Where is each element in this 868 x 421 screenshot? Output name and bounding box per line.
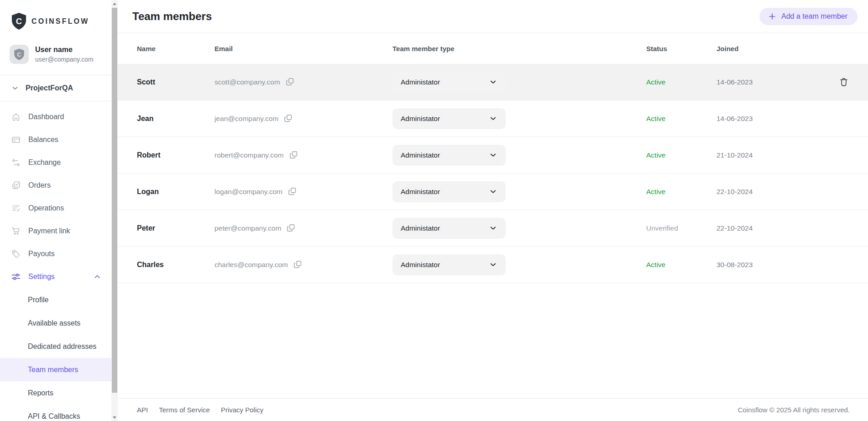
- sidebar-item-reports[interactable]: Reports: [0, 381, 111, 405]
- page-footer: API Terms of Service Privacy Policy Coin…: [118, 398, 868, 421]
- joined-date: 21-10-2024: [716, 151, 826, 159]
- joined-date: 22-10-2024: [716, 188, 826, 196]
- page-title: Team members: [132, 10, 212, 23]
- sidebar-item-payment-link[interactable]: Payment link: [0, 220, 111, 242]
- table-row[interactable]: Peter peter@company.com Administator Unv…: [118, 210, 868, 247]
- footer-link-api[interactable]: API: [137, 406, 148, 414]
- sidebar-item-label: Profile: [28, 296, 48, 304]
- add-team-member-button[interactable]: Add a team member: [759, 8, 858, 25]
- sidebar-item-api-callbacks[interactable]: API & Callbacks: [0, 405, 111, 421]
- sidebar-scrollbar[interactable]: [111, 0, 118, 421]
- card-icon: [11, 135, 21, 145]
- member-email: charles@company.com: [214, 261, 288, 269]
- table-row[interactable]: Logan logan@company.com Administator Act…: [118, 174, 868, 210]
- copy-email-icon[interactable]: [285, 77, 295, 87]
- member-type-value: Administator: [401, 261, 440, 269]
- sidebar-item-label: Reports: [28, 389, 53, 397]
- copy-email-icon[interactable]: [283, 114, 293, 123]
- sidebar-item-dedicated-addresses[interactable]: Dedicated addresses: [0, 335, 111, 358]
- member-email: scott@company.com: [214, 78, 280, 86]
- chevron-down-icon: [489, 224, 497, 232]
- joined-date: 22-10-2024: [716, 224, 826, 232]
- table-row[interactable]: Charles charles@company.com Administator…: [118, 247, 868, 283]
- project-name: ProjectForQA: [26, 84, 73, 92]
- member-type-select[interactable]: Administator: [392, 108, 506, 129]
- sidebar-item-dashboard[interactable]: Dashboard: [0, 105, 111, 128]
- sidebar-item-label: Orders: [28, 181, 51, 189]
- order-check-icon: [11, 180, 21, 190]
- chevron-down-icon: [11, 84, 19, 92]
- brand-logo: C COINSFLOW: [0, 0, 111, 32]
- sidebar-item-label: Available assets: [28, 319, 80, 327]
- sidebar-item-payouts[interactable]: Payouts: [0, 242, 111, 265]
- column-header-status: Status: [646, 45, 716, 53]
- member-email: peter@company.com: [214, 224, 281, 232]
- member-type-select[interactable]: Administator: [392, 181, 506, 202]
- sidebar-item-label: Exchange: [28, 158, 61, 167]
- home-icon: [11, 112, 21, 122]
- status-cell: Active: [646, 188, 716, 196]
- triangle-up-icon: [113, 3, 116, 5]
- user-email: user@company.com: [35, 56, 94, 63]
- copy-email-icon[interactable]: [288, 187, 297, 196]
- sidebar-item-label: Balances: [28, 136, 58, 144]
- copy-email-icon[interactable]: [293, 260, 303, 269]
- sidebar-item-label: Dashboard: [28, 113, 64, 121]
- sidebar-item-orders[interactable]: Orders: [0, 174, 111, 197]
- add-team-member-label: Add a team member: [781, 12, 847, 21]
- swap-arrows-icon: [11, 158, 21, 168]
- app-window: C COINSFLOW C User name user@company.com…: [0, 0, 868, 421]
- sidebar-item-operations[interactable]: Operations: [0, 197, 111, 220]
- member-email: logan@company.com: [214, 188, 282, 196]
- triangle-down-icon: [113, 416, 116, 419]
- member-type-select[interactable]: Administator: [392, 218, 506, 239]
- cart-icon: [11, 226, 21, 236]
- member-name: Peter: [137, 224, 214, 232]
- scrollbar-thumb[interactable]: [112, 8, 117, 393]
- footer-link-terms[interactable]: Terms of Service: [159, 406, 210, 414]
- copy-email-icon[interactable]: [289, 150, 298, 160]
- sidebar-item-profile[interactable]: Profile: [0, 288, 111, 311]
- status-cell: Active: [646, 115, 716, 123]
- sidebar-item-settings[interactable]: Settings: [0, 265, 111, 288]
- member-type-value: Administator: [401, 188, 440, 196]
- sidebar-nav: Dashboard Balances Exchange Orders Opera…: [0, 101, 111, 421]
- sidebar-item-exchange[interactable]: Exchange: [0, 151, 111, 174]
- chevron-down-icon: [489, 151, 497, 159]
- sidebar-item-available-assets[interactable]: Available assets: [0, 311, 111, 335]
- sidebar-item-label: Payouts: [28, 250, 55, 258]
- plus-icon: [768, 12, 777, 21]
- member-email: robert@company.com: [214, 151, 284, 159]
- footer-link-privacy[interactable]: Privacy Policy: [221, 406, 263, 414]
- table-row[interactable]: Scott scott@company.com Administator Act…: [118, 64, 868, 100]
- table-header-row: Name Email Team member type Status Joine…: [118, 33, 868, 64]
- sidebar-item-label: API & Callbacks: [28, 412, 80, 421]
- scroll-down-button[interactable]: [111, 414, 118, 421]
- column-header-joined: Joined: [716, 45, 826, 53]
- scroll-up-button[interactable]: [111, 0, 118, 7]
- tag-icon: [11, 249, 21, 259]
- member-type-value: Administator: [401, 115, 440, 123]
- table-row[interactable]: Jean jean@company.com Administator Activ…: [118, 100, 868, 137]
- sliders-icon: [11, 272, 21, 282]
- copy-email-icon[interactable]: [286, 223, 296, 233]
- member-type-select[interactable]: Administator: [392, 145, 506, 166]
- status-cell: Active: [646, 261, 716, 269]
- chevron-down-icon: [489, 114, 497, 123]
- member-type-value: Administator: [401, 151, 440, 159]
- member-type-select[interactable]: Administator: [392, 72, 506, 93]
- sidebar-item-team-members[interactable]: Team members: [0, 358, 111, 381]
- member-type-select[interactable]: Administator: [392, 254, 506, 275]
- project-selector[interactable]: ProjectForQA: [0, 75, 111, 101]
- sidebar-item-balances[interactable]: Balances: [0, 128, 111, 151]
- member-type-value: Administator: [401, 78, 440, 86]
- delete-member-button[interactable]: [839, 77, 849, 88]
- column-header-email: Email: [214, 45, 392, 53]
- member-name: Scott: [137, 78, 214, 86]
- main-content: Team members Add a team member Name Emai…: [118, 0, 868, 421]
- table-row[interactable]: Robert robert@company.com Administator A…: [118, 137, 868, 174]
- status-cell: Active: [646, 78, 716, 86]
- sidebar-item-label: Settings: [28, 273, 55, 281]
- user-profile[interactable]: C User name user@company.com: [0, 32, 111, 75]
- member-name: Jean: [137, 115, 214, 123]
